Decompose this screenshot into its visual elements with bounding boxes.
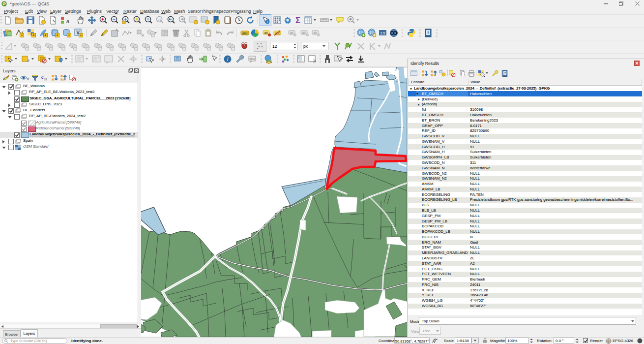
svg-text:2.5: 2.5 — [381, 31, 385, 35]
svg-text:ab: ab — [290, 31, 293, 34]
svg-text:?: ? — [427, 31, 430, 35]
svg-text:ε: ε — [28, 58, 30, 63]
svg-text:ab: ab — [313, 31, 317, 34]
svg-text:abc: abc — [242, 31, 248, 35]
svg-text:SMS: SMS — [249, 58, 255, 61]
svg-text:a: a — [66, 19, 69, 24]
svg-text:Σ: Σ — [295, 16, 300, 25]
svg-text:?: ? — [504, 71, 506, 75]
svg-text:ε: ε — [41, 74, 44, 80]
svg-text:ab: ab — [264, 31, 268, 34]
svg-text:1:1: 1:1 — [157, 18, 161, 21]
svg-text:ab: ab — [302, 31, 306, 34]
